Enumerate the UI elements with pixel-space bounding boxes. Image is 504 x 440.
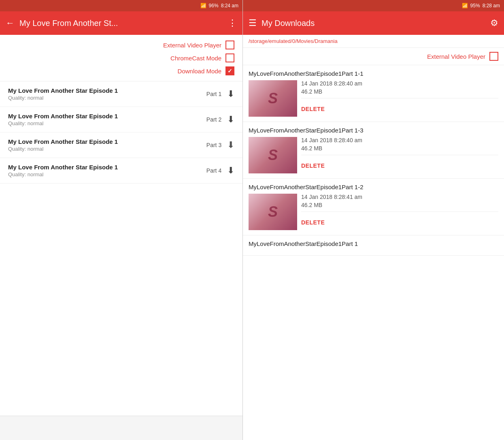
right-status-bar: 📶 95% 8:28 am (243, 0, 504, 11)
episode-item: My Love From Another Star Episode 1 Qual… (0, 158, 242, 184)
download-size-3: 46.2 MB (301, 202, 498, 208)
episode-quality-4: Quality: normal (8, 171, 201, 177)
episode-title-1: My Love From Another Star Episode 1 (8, 87, 201, 94)
thumbnail-1[interactable]: S (249, 80, 297, 117)
download-date-3: 14 Jan 2018 8:28:41 am (301, 194, 498, 200)
right-time: 8:28 am (483, 3, 500, 9)
hamburger-menu-icon[interactable]: ☰ (249, 18, 257, 28)
separator (301, 211, 498, 212)
download-item-3: MyLoveFromAnotherStarEpisode1Part 1-2 S … (243, 179, 504, 235)
left-app-bar: ← My Love From Another St... ⋮ (0, 11, 242, 35)
download-button-3[interactable]: ⬇ (227, 140, 234, 150)
overflow-menu-icon[interactable]: ⋮ (228, 18, 237, 28)
episode-part-3: Part 3 (205, 142, 223, 148)
episode-title-3: My Love From Another Star Episode 1 (8, 138, 201, 145)
left-time: 8:24 am (221, 3, 238, 9)
download-item-4: MyLoveFromAnotherStarEpisode1Part 1 (243, 235, 504, 256)
left-options-section: External Video Player ChromeCast Mode Do… (0, 35, 242, 81)
download-button-2[interactable]: ⬇ (227, 114, 234, 125)
right-battery-text: 95% (470, 3, 480, 9)
left-battery-text: 96% (209, 3, 219, 9)
download-date-1: 14 Jan 2018 8:28:40 am (301, 80, 498, 87)
episode-list: My Love From Another Star Episode 1 Qual… (0, 81, 242, 416)
back-button[interactable]: ← (6, 18, 15, 28)
right-app-bar: ☰ My Downloads ⚙ (243, 11, 504, 35)
left-panel: 📶 96% 8:24 am ← My Love From Another St.… (0, 0, 243, 440)
external-video-player-option: External Video Player (163, 41, 234, 49)
right-signal-icon: 📶 (462, 3, 468, 9)
delete-button-3[interactable]: DELETE (301, 219, 498, 226)
download-mode-label: Download Mode (178, 68, 221, 75)
separator (301, 98, 498, 98)
external-video-player-checkbox[interactable] (225, 41, 234, 49)
storage-path: /storage/emulated/0/Movies/Dramania (243, 35, 504, 48)
left-status-bar: 📶 96% 8:24 am (0, 0, 242, 11)
chromecast-mode-checkbox[interactable] (225, 53, 234, 62)
download-title-4: MyLoveFromAnotherStarEpisode1Part 1 (249, 240, 498, 247)
download-mode-checkbox[interactable] (225, 66, 234, 75)
right-panel: 📶 95% 8:28 am ☰ My Downloads ⚙ /storage/… (243, 0, 504, 440)
download-title-1: MyLoveFromAnotherStarEpisode1Part 1-1 (249, 70, 498, 77)
episode-quality-3: Quality: normal (8, 146, 201, 152)
download-item-2: MyLoveFromAnotherStarEpisode1Part 1-3 S … (243, 122, 504, 179)
download-button-4[interactable]: ⬇ (227, 165, 234, 176)
right-external-video-label: External Video Player (427, 53, 485, 60)
episode-quality-2: Quality: normal (8, 120, 201, 126)
download-size-1: 46.2 MB (301, 88, 498, 95)
left-bottom-bar (0, 416, 242, 440)
thumbnail-2[interactable]: S (249, 137, 297, 173)
right-app-title: My Downloads (262, 19, 485, 28)
download-title-3: MyLoveFromAnotherStarEpisode1Part 1-2 (249, 184, 498, 190)
settings-icon[interactable]: ⚙ (490, 18, 498, 28)
download-date-2: 14 Jan 2018 8:28:40 am (301, 137, 498, 143)
episode-part-1: Part 1 (205, 91, 223, 97)
delete-button-1[interactable]: DELETE (301, 106, 498, 112)
external-video-player-label: External Video Player (163, 42, 221, 49)
episode-part-4: Part 4 (205, 167, 223, 174)
thumbnail-3[interactable]: S (249, 194, 297, 230)
right-external-video-checkbox[interactable] (489, 52, 498, 61)
download-title-2: MyLoveFromAnotherStarEpisode1Part 1-3 (249, 127, 498, 134)
left-app-title: My Love From Another St... (19, 19, 223, 28)
right-options-section: External Video Player (243, 48, 504, 65)
download-mode-option: Download Mode (178, 66, 234, 75)
episode-item: My Love From Another Star Episode 1 Qual… (0, 107, 242, 132)
download-button-1[interactable]: ⬇ (227, 89, 234, 99)
episode-part-2: Part 2 (205, 116, 223, 123)
episode-quality-1: Quality: normal (8, 95, 201, 101)
download-item-1: MyLoveFromAnotherStarEpisode1Part 1-1 S … (243, 65, 504, 122)
episode-item: My Love From Another Star Episode 1 Qual… (0, 81, 242, 107)
delete-button-2[interactable]: DELETE (301, 162, 498, 169)
chromecast-mode-option: ChromeCast Mode (170, 53, 234, 62)
downloads-list: MyLoveFromAnotherStarEpisode1Part 1-1 S … (243, 65, 504, 440)
episode-title-4: My Love From Another Star Episode 1 (8, 164, 201, 171)
chromecast-mode-label: ChromeCast Mode (170, 55, 221, 62)
episode-title-2: My Love From Another Star Episode 1 (8, 113, 201, 120)
separator (301, 155, 498, 155)
download-size-2: 46.2 MB (301, 145, 498, 152)
left-signal-icon: 📶 (200, 3, 206, 9)
episode-item: My Love From Another Star Episode 1 Qual… (0, 132, 242, 158)
